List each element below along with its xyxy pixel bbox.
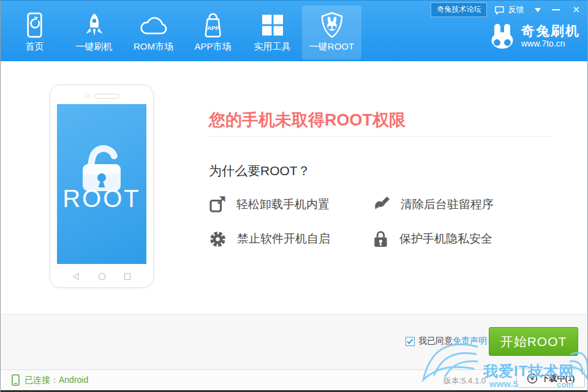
tab-label: APP市场 (194, 41, 231, 53)
android-recents-icon (124, 273, 131, 281)
android-home-icon (98, 273, 106, 281)
feedback-button[interactable]: 反馈 (494, 4, 524, 15)
phone-refresh-icon (24, 11, 45, 39)
title-divider (209, 136, 552, 137)
download-manager-button[interactable]: 下载中(1) (516, 369, 585, 388)
header-bar: 首页 一键刷机 ROM市场 APP APP市场 (1, 0, 587, 61)
tab-home[interactable]: 首页 (5, 6, 64, 59)
tab-label: 实用工具 (254, 41, 291, 53)
phone-camera-dot (85, 94, 89, 98)
tab-label: 一键ROOT (309, 41, 354, 53)
download-icon (527, 373, 538, 384)
disclaimer-link[interactable]: 免责声明 (453, 336, 487, 347)
feature-clean: 清除后台驻留程序 (372, 195, 555, 214)
app-window: 首页 一键刷机 ROM市场 APP APP市场 (0, 0, 588, 392)
page-title: 您的手机未取得ROOT权限 (209, 109, 405, 131)
rabbit-logo-icon (489, 23, 516, 50)
version-text: 版本:5.4.1.0 (443, 375, 486, 386)
grid-icon (260, 11, 285, 39)
root-benefits-list: 轻松卸载手机内置 清除后台驻留程序 禁止软件开机自启 保护手机隐私安全 (209, 195, 555, 249)
phone-speaker-slot (94, 94, 119, 99)
tab-label: 首页 (26, 41, 44, 53)
tab-flash[interactable]: 一键刷机 (64, 6, 124, 59)
why-root-heading: 为什么要ROOT？ (209, 162, 311, 179)
logo-url: www.7to.cn (521, 39, 580, 49)
action-bar: 我已同意 免责声明 开始ROOT (1, 314, 587, 369)
agree-checkbox[interactable] (405, 337, 415, 346)
svg-text:APP: APP (207, 24, 220, 31)
feature-label: 清除后台驻留程序 (401, 197, 494, 213)
feature-label: 保护手机隐私安全 (399, 231, 492, 247)
cloud-icon (139, 11, 168, 39)
brush-icon (372, 196, 390, 214)
phone-nav-buttons (50, 273, 153, 281)
app-bag-icon: APP (200, 11, 225, 39)
status-bar: 已连接：Android 版本:5.4.1.0 下载中(1) (1, 369, 587, 390)
gear-icon (209, 230, 227, 248)
android-back-icon (72, 273, 80, 281)
tab-tools[interactable]: 实用工具 (243, 6, 302, 59)
feature-label: 轻松卸载手机内置 (236, 197, 330, 213)
feature-privacy: 保护手机隐私安全 (372, 229, 555, 249)
connection-status: 已连接：Android (12, 374, 88, 386)
menu-dropdown-icon[interactable] (535, 8, 541, 15)
speech-bubble-icon (494, 6, 505, 15)
main-nav: 首页 一键刷机 ROM市场 APP APP市场 (5, 6, 361, 59)
agreement-row: 我已同意 免责声明 (405, 336, 487, 347)
tab-label: ROM市场 (134, 41, 173, 53)
connected-phone-icon (12, 374, 20, 386)
rocket-icon (82, 11, 107, 39)
forum-link[interactable]: 奇兔技术论坛 (431, 2, 487, 17)
phone-screen-root-label: ROOT (57, 185, 146, 213)
start-root-button[interactable]: 开始ROOT (489, 327, 578, 356)
tab-one-key-root[interactable]: 一键ROOT (302, 6, 361, 59)
connection-text: 已连接：Android (24, 375, 88, 386)
titlebar-controls: 奇兔技术论坛 反馈 ✕ (431, 2, 582, 17)
uninstall-icon (209, 195, 226, 214)
shield-rabbit-icon (320, 11, 344, 39)
feature-autostart: 禁止软件开机自启 (209, 229, 372, 249)
logo-text: 奇兔刷机 www.7to.cn (521, 24, 580, 49)
open-padlock-icon (68, 136, 135, 192)
download-label: 下载中(1) (541, 373, 575, 384)
minimize-button[interactable] (552, 9, 560, 10)
tab-rom-market[interactable]: ROM市场 (124, 6, 183, 59)
tab-app-market[interactable]: APP APP市场 (183, 6, 243, 59)
phone-illustration: ROOT (50, 85, 154, 288)
app-logo: 奇兔刷机 www.7to.cn (489, 23, 580, 50)
feedback-label: 反馈 (508, 4, 524, 15)
tab-label: 一键刷机 (76, 41, 113, 53)
padlock-icon (372, 230, 389, 248)
close-button[interactable]: ✕ (572, 4, 580, 16)
feature-label: 禁止软件开机自启 (237, 231, 330, 247)
agree-label: 我已同意 (418, 336, 453, 347)
check-icon (407, 339, 413, 344)
feature-uninstall: 轻松卸载手机内置 (209, 195, 372, 214)
phone-screen: ROOT (57, 104, 146, 264)
logo-title: 奇兔刷机 (521, 24, 580, 39)
